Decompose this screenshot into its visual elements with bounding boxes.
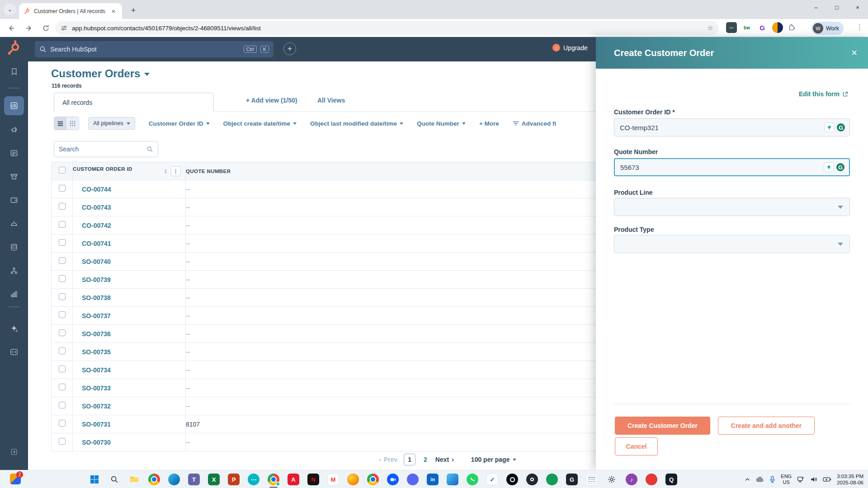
record-link[interactable]: CO-00744 <box>73 186 111 193</box>
row-checkbox[interactable] <box>59 221 66 228</box>
row-checkbox[interactable] <box>59 438 66 445</box>
reload-icon[interactable] <box>40 22 52 34</box>
url-bar[interactable]: app.hubspot.com/contacts/45016779/object… <box>55 21 719 35</box>
record-link[interactable]: SO-00739 <box>73 276 111 283</box>
bookmark-star-icon[interactable]: ☆ <box>708 24 713 32</box>
sidebar-item-crm-active[interactable] <box>4 96 24 115</box>
tab-all-records[interactable]: All records <box>54 93 214 112</box>
file-explorer-icon[interactable] <box>128 474 140 485</box>
create-customer-order-button[interactable]: Create Customer Order <box>615 417 710 435</box>
row-checkbox[interactable] <box>59 366 66 372</box>
row-checkbox[interactable] <box>59 311 66 318</box>
record-link[interactable]: SO-00735 <box>73 348 111 356</box>
create-and-add-another-button[interactable]: Create and add another <box>718 417 815 435</box>
advanced-filters-link[interactable]: Advanced fi <box>513 120 557 127</box>
edit-form-link[interactable]: Edit this form <box>799 90 848 98</box>
chrome-work-profile-icon[interactable] <box>268 474 279 485</box>
tab-close-icon[interactable]: × <box>109 7 118 15</box>
windows-search-icon[interactable] <box>108 474 120 485</box>
hubspot-search-input[interactable] <box>50 46 240 53</box>
new-tab-icon[interactable]: + <box>127 5 139 17</box>
record-link[interactable]: CO-00741 <box>73 240 111 247</box>
customer-order-id-input[interactable] <box>620 124 824 131</box>
all-views-link[interactable]: All Views <box>317 97 345 104</box>
record-link[interactable]: CO-00742 <box>73 222 111 229</box>
sidebar-item-content[interactable] <box>0 144 28 162</box>
cancel-button[interactable]: Cancel <box>615 437 658 455</box>
record-link[interactable]: SO-00736 <box>73 330 111 338</box>
sort-icon[interactable]: ▲▼ <box>164 169 167 174</box>
record-link[interactable]: SO-00733 <box>73 385 111 392</box>
network-icon[interactable] <box>797 476 805 483</box>
todo-check-icon[interactable]: ✓ <box>486 474 498 485</box>
pipelines-dropdown[interactable]: All pipelines <box>88 117 135 130</box>
language-indicator[interactable]: ENG US <box>781 474 792 485</box>
sidebar-item-developer[interactable] <box>0 343 28 361</box>
window-minimize-icon[interactable]: – <box>806 0 826 16</box>
extension-g-icon[interactable]: G <box>757 22 768 33</box>
browser-tab[interactable]: Customer Orders | All records × <box>19 3 122 19</box>
music-app-icon[interactable]: ♪ <box>626 474 637 485</box>
add-view-link[interactable]: + Add view (1/50) <box>246 97 297 104</box>
firefox-icon[interactable] <box>347 474 359 485</box>
quick-create-icon[interactable]: + <box>283 42 296 55</box>
sidebar-item-ai[interactable] <box>0 319 28 338</box>
suggestion-bulb-icon[interactable] <box>824 122 834 132</box>
record-link[interactable]: SO-00737 <box>73 312 111 319</box>
row-checkbox[interactable] <box>59 293 66 300</box>
column-header-customer-order-id[interactable]: CUSTOMER ORDER ID ▲▼ ⋮ <box>73 162 186 180</box>
teams-icon[interactable]: T <box>188 474 200 485</box>
select-all-checkbox[interactable] <box>52 162 73 180</box>
red-dot-app-icon[interactable] <box>646 474 657 485</box>
excel-icon[interactable]: X <box>208 474 220 485</box>
window-close-icon[interactable]: × <box>847 0 868 16</box>
filter-quote-number[interactable]: Quote Number <box>417 120 466 127</box>
quote-number-field[interactable]: G <box>614 158 850 176</box>
record-link[interactable]: SO-00730 <box>73 439 111 446</box>
chrome-alt-profile-icon[interactable] <box>367 474 379 485</box>
more-filters-link[interactable]: + More <box>479 120 499 127</box>
grammarly-icon[interactable]: G <box>835 162 845 172</box>
notepad-icon[interactable] <box>586 474 598 485</box>
customer-order-id-field[interactable]: G <box>614 118 850 136</box>
blue-app-icon[interactable] <box>447 474 458 485</box>
upgrade-button[interactable]: ↑ Upgrade <box>552 44 588 52</box>
row-checkbox[interactable] <box>59 384 66 390</box>
netflix-icon[interactable]: N <box>307 474 319 485</box>
linkedin-icon[interactable]: in <box>427 474 439 485</box>
sidebar-item-marketing[interactable] <box>0 121 28 139</box>
hubspot-search-bar[interactable]: Ctrl K <box>35 41 274 57</box>
powerpoint-icon[interactable]: P <box>228 474 240 485</box>
google-dark-app-icon[interactable]: G <box>566 474 578 485</box>
per-page-dropdown[interactable]: 100 per page <box>471 456 517 463</box>
record-link[interactable]: SO-00734 <box>73 366 111 374</box>
forward-icon[interactable] <box>23 22 34 34</box>
row-checkbox[interactable] <box>59 239 66 246</box>
record-link[interactable]: SO-00740 <box>73 258 111 265</box>
row-checkbox[interactable] <box>59 257 66 264</box>
microphone-icon[interactable] <box>769 476 775 483</box>
tab-search-icon[interactable]: ⌄ <box>4 4 16 15</box>
browser-menu-icon[interactable]: ⋮ <box>856 23 863 31</box>
row-checkbox[interactable] <box>59 420 66 427</box>
red-app-icon[interactable]: A <box>288 474 299 485</box>
battery-icon[interactable] <box>823 477 831 482</box>
extension-bw-icon[interactable]: bw <box>741 22 752 33</box>
record-link[interactable]: SO-00738 <box>73 294 111 301</box>
filter-create-date[interactable]: Object create date/time <box>223 120 297 127</box>
gmail-icon[interactable]: M <box>327 474 339 485</box>
sidebar-item-service[interactable] <box>0 215 28 233</box>
hubspot-logo-icon[interactable] <box>6 40 22 57</box>
clock[interactable]: 3:03:35 PM 2025-08-06 <box>837 473 863 486</box>
teal-chat-app-icon[interactable]: ⋯ <box>248 474 259 485</box>
sidebar-item-payments[interactable] <box>0 191 28 209</box>
row-checkbox[interactable] <box>59 347 66 354</box>
suggestion-bulb-icon[interactable] <box>824 162 834 172</box>
extension-round-icon[interactable] <box>772 22 783 33</box>
row-checkbox[interactable] <box>59 275 66 282</box>
row-checkbox[interactable] <box>59 203 66 210</box>
windows-start-icon[interactable] <box>89 474 100 485</box>
filter-modified-date[interactable]: Object last modified date/time <box>310 120 403 127</box>
site-settings-icon[interactable] <box>61 25 67 32</box>
green-app-icon[interactable] <box>546 474 558 485</box>
